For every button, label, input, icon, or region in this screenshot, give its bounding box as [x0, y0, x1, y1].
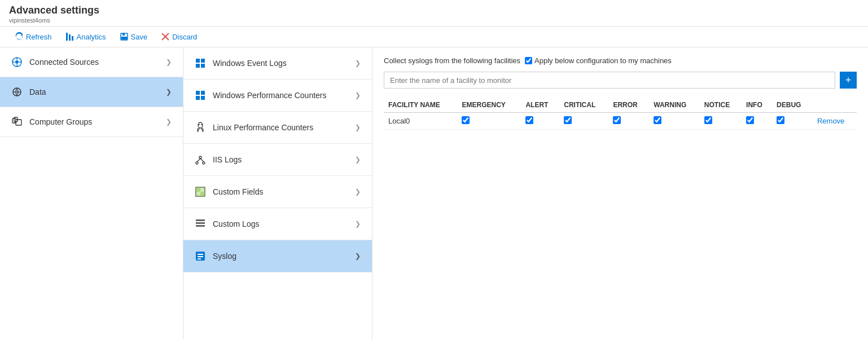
facility-input-row: + — [384, 72, 857, 89]
collect-label: Collect syslogs from the following facil… — [384, 56, 520, 65]
svg-point-29 — [201, 124, 202, 125]
cell-remove: Remove — [813, 113, 857, 130]
sidebar-item-computer-groups[interactable]: Computer Groups ❯ — [0, 107, 183, 137]
menu-item-custom-fields-label: Custom Fields — [213, 187, 263, 196]
cell-warning — [649, 113, 700, 130]
sidebar-item-connected-sources-label: Connected Sources — [29, 58, 99, 67]
table-header-row: FACILITY NAME EMERGENCY ALERT CRITICAL E… — [384, 98, 857, 113]
sidebar-item-computer-groups-label: Computer Groups — [29, 117, 92, 126]
svg-rect-39 — [200, 192, 205, 196]
svg-rect-45 — [198, 256, 203, 257]
svg-point-32 — [203, 162, 205, 164]
cell-notice — [700, 113, 742, 130]
svg-line-33 — [197, 159, 200, 162]
remove-button[interactable]: Remove — [817, 117, 844, 125]
refresh-icon — [15, 32, 24, 41]
col-critical: CRITICAL — [559, 98, 608, 113]
chevron-right-icon: ❯ — [166, 88, 172, 96]
cell-alert — [521, 113, 559, 130]
header: Advanced settings vipinstest4oms Refresh… — [0, 0, 868, 47]
svg-point-31 — [196, 162, 198, 164]
facility-name-input[interactable] — [384, 72, 835, 89]
page-subtitle: vipinstest4oms — [9, 17, 859, 24]
chevron-right-icon: ❯ — [166, 58, 172, 66]
svg-rect-18 — [16, 120, 21, 125]
menu-item-syslog-label: Syslog — [213, 252, 236, 261]
svg-rect-5 — [121, 37, 127, 39]
svg-rect-19 — [196, 59, 200, 63]
chevron-right-icon: ❯ — [355, 252, 361, 260]
menu-item-windows-perf-counters[interactable]: Windows Performance Counters ❯ — [183, 80, 372, 112]
refresh-button[interactable]: Refresh — [9, 30, 58, 43]
svg-point-9 — [15, 60, 19, 64]
checkbox-debug[interactable] — [777, 116, 784, 124]
chevron-right-icon: ❯ — [355, 188, 361, 196]
checkbox-alert[interactable] — [525, 116, 533, 124]
sidebar-item-data[interactable]: Data ❯ — [0, 77, 183, 107]
toolbar: Refresh Analytics Save Discard — [0, 27, 868, 47]
discard-button[interactable]: Discard — [155, 30, 203, 43]
checkbox-warning[interactable] — [654, 116, 661, 124]
save-button[interactable]: Save — [114, 30, 154, 43]
col-facility-name: FACILITY NAME — [384, 98, 457, 113]
menu-item-syslog[interactable]: Syslog ❯ — [183, 240, 372, 272]
sidebar: Connected Sources ❯ Data ❯ — [0, 47, 183, 339]
windows-event-logs-icon — [195, 58, 206, 69]
right-panel-header: Collect syslogs from the following facil… — [384, 56, 857, 65]
menu-item-iis-logs-label: IIS Logs — [213, 155, 242, 164]
svg-rect-1 — [69, 34, 71, 41]
checkbox-emergency[interactable] — [462, 116, 470, 124]
svg-rect-37 — [200, 187, 205, 192]
page-title: Advanced settings — [9, 5, 859, 16]
apply-config-checkbox[interactable] — [525, 57, 532, 64]
svg-rect-36 — [196, 187, 200, 192]
sidebar-item-connected-sources[interactable]: Connected Sources ❯ — [0, 47, 183, 77]
checkbox-critical[interactable] — [564, 116, 572, 124]
cell-facility-name: Local0 — [384, 113, 457, 130]
checkbox-notice[interactable] — [704, 116, 712, 124]
chevron-right-icon: ❯ — [166, 118, 172, 126]
svg-rect-4 — [122, 33, 125, 36]
svg-rect-46 — [198, 258, 201, 259]
table-row: Local0 Remove — [384, 113, 857, 130]
menu-item-iis-logs[interactable]: IIS Logs ❯ — [183, 144, 372, 176]
sidebar-item-data-label: Data — [29, 87, 46, 96]
menu-item-custom-fields[interactable]: Custom Fields ❯ — [183, 176, 372, 208]
menu-item-custom-logs[interactable]: Custom Logs ❯ — [183, 208, 372, 240]
svg-point-27 — [198, 122, 203, 128]
apply-config-label[interactable]: Apply below configuration to my machines — [525, 56, 672, 65]
col-debug: DEBUG — [772, 98, 813, 113]
right-panel: Collect syslogs from the following facil… — [372, 47, 868, 339]
col-info: INFO — [742, 98, 772, 113]
col-notice: NOTICE — [700, 98, 742, 113]
menu-item-windows-event-logs-label: Windows Event Logs — [213, 59, 287, 68]
analytics-button[interactable]: Analytics — [60, 30, 112, 43]
svg-rect-22 — [201, 64, 205, 68]
add-facility-button[interactable]: + — [840, 72, 857, 89]
checkbox-info[interactable] — [746, 116, 754, 124]
menu-item-linux-perf-counters[interactable]: Linux Performance Counters ❯ — [183, 112, 372, 144]
col-error: ERROR — [608, 98, 649, 113]
save-icon — [120, 32, 129, 41]
analytics-icon — [65, 32, 74, 41]
cell-debug — [772, 113, 813, 130]
svg-rect-40 — [196, 219, 205, 221]
svg-rect-21 — [196, 64, 200, 68]
svg-point-30 — [199, 156, 201, 159]
middle-panel: Windows Event Logs ❯ Windows Performance… — [183, 47, 372, 339]
svg-rect-25 — [196, 96, 200, 100]
menu-item-windows-event-logs[interactable]: Windows Event Logs ❯ — [183, 47, 372, 80]
svg-rect-38 — [196, 192, 200, 196]
checkbox-error[interactable] — [613, 116, 621, 124]
discard-icon — [161, 32, 170, 41]
chevron-right-icon: ❯ — [355, 124, 361, 131]
chevron-right-icon: ❯ — [355, 220, 361, 228]
iis-logs-icon — [195, 154, 206, 165]
col-emergency: EMERGENCY — [457, 98, 521, 113]
menu-item-linux-perf-counters-label: Linux Performance Counters — [213, 123, 313, 132]
cell-emergency — [457, 113, 521, 130]
main-content: Connected Sources ❯ Data ❯ — [0, 47, 868, 339]
data-icon — [11, 86, 23, 98]
custom-fields-icon — [195, 186, 206, 197]
windows-perf-counters-icon — [195, 90, 206, 101]
